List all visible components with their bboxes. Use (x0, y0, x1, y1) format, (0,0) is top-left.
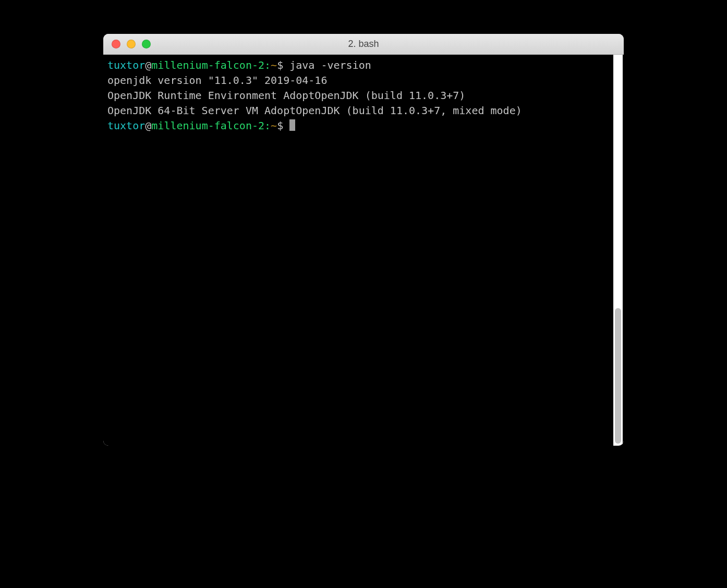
terminal-line: tuxtor@millenium-falcon-2:~$ java -versi… (107, 58, 620, 73)
prompt-sep: : (264, 59, 271, 71)
prompt-path: ~ (271, 59, 277, 71)
prompt-dollar: $ (277, 119, 283, 132)
cursor-icon (289, 119, 295, 131)
terminal-line: tuxtor@millenium-falcon-2:~$ (107, 118, 620, 133)
prompt-host: millenium-falcon-2 (151, 59, 264, 71)
traffic-lights (103, 40, 151, 48)
prompt-sep: : (264, 119, 271, 132)
prompt-dollar: $ (277, 59, 283, 71)
prompt-path: ~ (271, 119, 277, 132)
prompt-host: millenium-falcon-2 (151, 119, 264, 132)
output-line: openjdk version "11.0.3" 2019-04-16 (107, 73, 620, 88)
prompt-user: tuxtor (107, 59, 145, 71)
prompt-user: tuxtor (107, 119, 145, 132)
maximize-icon[interactable] (142, 40, 151, 48)
terminal-body[interactable]: tuxtor@millenium-falcon-2:~$ java -versi… (103, 55, 624, 446)
window-title: 2. bash (103, 39, 624, 50)
minimize-icon[interactable] (127, 40, 136, 48)
prompt-at: @ (145, 59, 151, 71)
output-line: OpenJDK 64-Bit Server VM AdoptOpenJDK (b… (107, 103, 620, 118)
scrollbar-track[interactable] (613, 55, 623, 446)
scrollbar-thumb[interactable] (615, 308, 621, 444)
close-icon[interactable] (112, 40, 120, 48)
terminal-content: tuxtor@millenium-falcon-2:~$ java -versi… (107, 58, 620, 133)
terminal-window: 2. bash tuxtor@millenium-falcon-2:~$ jav… (103, 34, 624, 446)
prompt-at: @ (145, 119, 151, 132)
titlebar[interactable]: 2. bash (103, 34, 624, 55)
output-line: OpenJDK Runtime Environment AdoptOpenJDK… (107, 88, 620, 103)
command-text: java -version (283, 59, 371, 71)
